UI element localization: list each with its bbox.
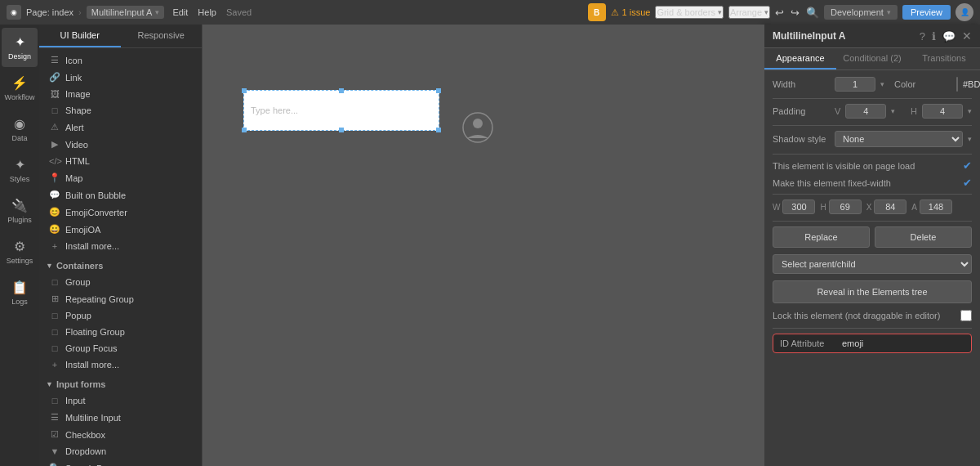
- avatar[interactable]: 👤: [956, 3, 973, 21]
- redo-icon[interactable]: ↪: [791, 7, 800, 19]
- panel-item-input[interactable]: □ Input: [39, 392, 202, 409]
- image-icon: 🖼: [49, 89, 60, 99]
- replace-delete-row: Replace Delete: [773, 226, 972, 248]
- close-icon[interactable]: ✕: [962, 29, 972, 43]
- panel-item-floating-group[interactable]: □ Floating Group: [39, 324, 202, 340]
- w-group: W: [773, 199, 815, 214]
- panel-item-group-focus[interactable]: □ Group Focus: [39, 340, 202, 356]
- lock-checkbox[interactable]: [960, 310, 972, 321]
- chevron-down-icon: ▾: [764, 8, 768, 16]
- resize-handle-bm[interactable]: [339, 128, 344, 132]
- panel-item-emojiconverter[interactable]: 😊 EmojiConverter: [39, 204, 202, 221]
- panel-item-emojioa[interactable]: 😀 EmojiOA: [39, 221, 202, 238]
- shadow-select[interactable]: None: [835, 131, 963, 147]
- divider-5: [773, 221, 972, 222]
- left-panel: UI Builder Responsive ☰ Icon 🔗 Link 🖼 Im…: [39, 25, 203, 466]
- panel-item-icon[interactable]: ☰ Icon: [39, 52, 202, 69]
- sidebar-item-settings[interactable]: ⚙ Settings: [2, 232, 38, 271]
- tab-transitions[interactable]: Transitions: [908, 48, 980, 69]
- topbar-action-icons: ↩ ↪ 🔍: [775, 7, 819, 19]
- component-selector[interactable]: MultilineInput A ▾: [87, 6, 165, 19]
- arrange-button[interactable]: Arrange ▾: [728, 6, 770, 19]
- design-icon: ✦: [15, 34, 25, 50]
- shadow-arrow-icon[interactable]: ▾: [968, 135, 972, 143]
- panel-item-link[interactable]: 🔗 Link: [39, 69, 202, 86]
- panel-item-search-box[interactable]: 🔍 Search Box: [39, 459, 202, 466]
- panel-item-checkbox[interactable]: ☑ Checkbox: [39, 426, 202, 443]
- panel-item-image[interactable]: 🖼 Image: [39, 86, 202, 102]
- width-arrow-icon[interactable]: ▾: [880, 80, 884, 88]
- w-input[interactable]: [782, 199, 815, 214]
- resize-handle-tr[interactable]: [436, 88, 441, 93]
- a-group: A: [911, 199, 952, 214]
- comment-icon[interactable]: 💬: [942, 30, 956, 43]
- panel-item-install-more-1[interactable]: + Install more...: [39, 238, 202, 254]
- tab-appearance[interactable]: Appearance: [764, 48, 836, 69]
- padding-v-input[interactable]: [845, 104, 886, 119]
- panel-item-group[interactable]: □ Group: [39, 274, 202, 290]
- canvas[interactable]: Type here...: [203, 25, 764, 466]
- issue-indicator[interactable]: ⚠ 1 issue: [611, 7, 651, 18]
- page-label: Page: index: [26, 7, 74, 17]
- h-input[interactable]: [829, 199, 862, 214]
- info-icon[interactable]: ℹ: [932, 30, 936, 43]
- resize-handle-tm[interactable]: [339, 88, 344, 93]
- tab-ui-builder[interactable]: UI Builder: [39, 25, 121, 47]
- panel-item-alert[interactable]: ⚠ Alert: [39, 119, 202, 136]
- panel-item-repeating-group[interactable]: ⊞ Repeating Group: [39, 290, 202, 307]
- panel-item-dropdown[interactable]: ▼ Dropdown: [39, 443, 202, 459]
- lock-row: Lock this element (not draggable in edit…: [773, 310, 972, 321]
- group-icon: □: [49, 277, 60, 287]
- resize-handle-bl[interactable]: [242, 128, 247, 132]
- x-input[interactable]: [874, 199, 906, 214]
- preview-button[interactable]: Preview: [902, 5, 951, 20]
- panel-item-html[interactable]: </> HTML: [39, 153, 202, 169]
- resize-handle-tl[interactable]: [242, 88, 247, 93]
- parent-child-select[interactable]: Select parent/child: [773, 254, 972, 274]
- padding-h-arrow-icon[interactable]: ▾: [968, 107, 972, 115]
- sidebar-item-data[interactable]: ◉ Data: [2, 110, 38, 149]
- visible-check-icon[interactable]: ✔: [963, 159, 972, 172]
- grid-borders-button[interactable]: Grid & borders ▾: [655, 6, 724, 19]
- collapse-icon[interactable]: ▼: [46, 262, 53, 270]
- help-menu[interactable]: Help: [198, 7, 216, 17]
- alert-icon: ⚠: [49, 122, 60, 132]
- sidebar-item-plugins[interactable]: 🔌 Plugins: [2, 191, 38, 231]
- search-icon[interactable]: 🔍: [806, 7, 819, 19]
- fixed-width-check-icon[interactable]: ✔: [963, 177, 972, 189]
- edit-menu[interactable]: Edit: [172, 7, 188, 17]
- collapse-icon-2[interactable]: ▼: [46, 380, 53, 388]
- delete-button[interactable]: Delete: [875, 226, 972, 248]
- sidebar-item-styles[interactable]: ✦ Styles: [2, 150, 38, 190]
- panel-item-builtonbubble[interactable]: 💬 Built on Bubble: [39, 186, 202, 204]
- prop-header-icons: ? ℹ 💬 ✕: [920, 29, 972, 43]
- color-swatch[interactable]: [956, 77, 958, 92]
- padding-h-input[interactable]: [922, 104, 963, 119]
- a-input[interactable]: [920, 199, 952, 214]
- sidebar-item-workflow[interactable]: ⚡ Workflow: [2, 69, 38, 108]
- visible-label: This element is visible on page load: [773, 161, 958, 171]
- panel-item-map[interactable]: 📍 Map: [39, 169, 202, 186]
- replace-button[interactable]: Replace: [773, 226, 870, 248]
- panel-item-multiline-input[interactable]: ☰ Multiline Input: [39, 409, 202, 426]
- panel-item-popup[interactable]: □ Popup: [39, 307, 202, 324]
- panel-item-install-more-2[interactable]: + Install more...: [39, 356, 202, 373]
- panel-item-video[interactable]: ▶ Video: [39, 136, 202, 153]
- multiline-input-element[interactable]: Type here...: [243, 90, 439, 131]
- sidebar-item-logs[interactable]: 📋 Logs: [2, 273, 38, 312]
- reveal-elements-tree-button[interactable]: Reveal in the Elements tree: [773, 280, 972, 303]
- map-icon: 📍: [49, 173, 60, 183]
- development-button[interactable]: Development ▾: [824, 5, 898, 20]
- canvas-element-multiline[interactable]: Type here...: [243, 90, 439, 131]
- sidebar-item-design[interactable]: ✦ Design: [2, 28, 38, 67]
- help-icon[interactable]: ?: [920, 30, 925, 43]
- tab-conditional[interactable]: Conditional (2): [836, 48, 908, 69]
- undo-icon[interactable]: ↩: [775, 7, 784, 19]
- sidebar-icons: ✦ Design ⚡ Workflow ◉ Data ✦ Styles 🔌 Pl…: [0, 25, 39, 466]
- panel-item-shape[interactable]: □ Shape: [39, 102, 202, 119]
- resize-handle-br[interactable]: [436, 128, 441, 132]
- tab-responsive[interactable]: Responsive: [121, 25, 203, 47]
- width-input[interactable]: [835, 77, 875, 92]
- id-attribute-input[interactable]: [842, 338, 964, 348]
- padding-v-arrow-icon[interactable]: ▾: [891, 107, 895, 115]
